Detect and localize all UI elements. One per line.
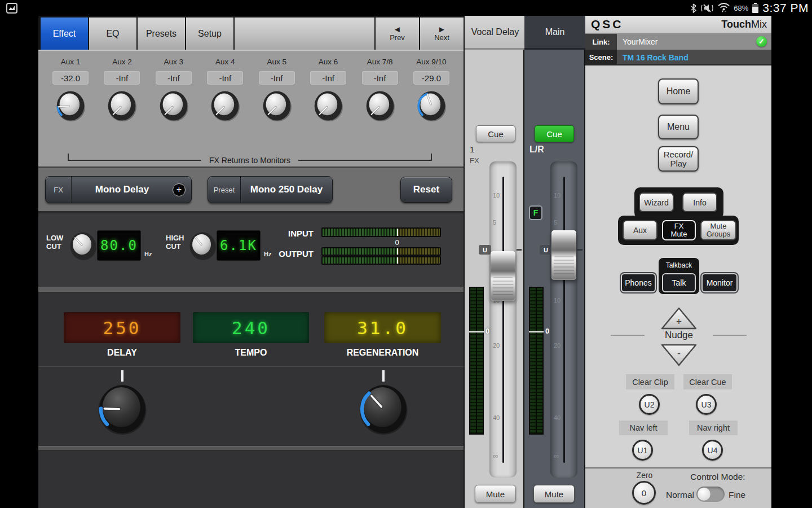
main-channel-strip: Main Cue L/R F 10 5 U 5 10 20 40 ∞ 0 Mut… [524, 16, 585, 508]
output-meter-left [321, 247, 441, 256]
aux-label: Aux 4 [215, 58, 235, 66]
aux-knob[interactable] [416, 89, 447, 122]
aux-knob[interactable] [210, 89, 240, 122]
output-meter-label: OUTPUT [275, 249, 314, 259]
tab-presets[interactable]: Presets [138, 17, 185, 50]
scene-value[interactable]: TM 16 Rock Band [623, 50, 689, 65]
menu-button[interactable]: Menu [658, 115, 699, 139]
aux-label: Aux 1 [61, 58, 81, 66]
low-cut-knob[interactable] [69, 230, 97, 261]
aux-knob[interactable] [158, 89, 189, 122]
reset-button[interactable]: Reset [400, 177, 452, 203]
meter-zero-label: 0 [486, 327, 489, 335]
aux-channel-7-8: Aux 7/8 -Inf [355, 58, 405, 122]
fx-mute-button[interactable]: FX Mute [662, 220, 696, 240]
nudge-label: Nudge [659, 330, 699, 341]
fx-type-selector[interactable]: FX Mono Delay + [45, 176, 192, 203]
user-button-u2[interactable]: U2 [639, 394, 660, 415]
bracket-right [298, 154, 432, 161]
main-fader-track[interactable] [550, 161, 577, 478]
section-divider [38, 287, 464, 292]
control-panel-footer: Zero 0 Control Mode: Normal Fine [585, 467, 771, 508]
high-cut-knob[interactable] [188, 230, 217, 261]
main-channel-header[interactable]: Main [524, 16, 585, 50]
aux-button[interactable]: Aux [623, 220, 657, 240]
scene-row: Scene: TM 16 Rock Band [585, 50, 771, 65]
fine-mode-button[interactable]: F [529, 205, 542, 220]
main-fader-handle[interactable] [551, 230, 576, 280]
aux-label: Aux 5 [267, 58, 286, 66]
aux-value[interactable]: -32.0 [52, 71, 89, 85]
aux-value[interactable]: -Inf [362, 71, 398, 85]
aux-label: Aux 2 [112, 58, 132, 66]
nudge-down-button[interactable]: - [660, 343, 698, 367]
tab-eq[interactable]: EQ [89, 17, 136, 50]
meter-yellow-zone [397, 229, 440, 236]
fx-channel-header[interactable]: Vocal Delay [465, 16, 526, 50]
fx-channel-strip: Vocal Delay Cue 1 FX 10 5 U 5 10 20 40 ∞… [464, 16, 524, 508]
normal-mode-label: Normal [666, 490, 694, 500]
meter-zero-marker [397, 227, 398, 237]
fader-scale-20: 20 [493, 342, 504, 349]
aux-value[interactable]: -Inf [156, 71, 192, 85]
next-button[interactable]: ► Next [420, 17, 464, 50]
user-button-u3[interactable]: U3 [696, 394, 717, 415]
zero-button[interactable]: 0 [632, 481, 656, 505]
aux-value[interactable]: -Inf [207, 71, 243, 85]
meter-yellow-zone [397, 257, 440, 264]
fader-scale-5: 5 [493, 219, 504, 226]
aux-channel-4: Aux 4 -Inf [200, 58, 250, 122]
nudge-up-button[interactable]: + [660, 306, 698, 330]
app-icon [6, 3, 17, 14]
talk-button[interactable]: Talk [662, 273, 696, 292]
meter-zero-label: 0 [391, 238, 403, 247]
fx-channel-meter [469, 287, 484, 435]
mute-groups-button[interactable]: Mute Groups [700, 220, 736, 240]
tab-effect[interactable]: Effect [41, 17, 88, 50]
status-bar: 68% 3:37 PM [0, 0, 812, 16]
fx-cue-button[interactable]: Cue [476, 125, 515, 142]
fx-fader-track[interactable] [489, 161, 517, 478]
monitor-button[interactable]: Monitor [701, 273, 738, 292]
main-mute-button[interactable]: Mute [533, 485, 575, 503]
fader-scale-40: 40 [493, 414, 504, 421]
aux-knob[interactable] [365, 89, 395, 122]
aux-knob[interactable] [262, 89, 292, 122]
unity-tick [517, 249, 522, 251]
bottom-divider [38, 446, 464, 450]
aux-value[interactable]: -Inf [310, 71, 346, 85]
main-cue-button[interactable]: Cue [535, 125, 574, 142]
channel-type-tag: FX [470, 156, 479, 165]
fx-fader-handle[interactable] [491, 251, 515, 301]
delay-label: DELAY [64, 348, 180, 358]
wizard-button[interactable]: Wizard [639, 192, 674, 212]
aux-knob[interactable] [107, 89, 137, 122]
fx-expand-plus-icon[interactable]: + [173, 183, 186, 196]
aux-sends-section: Aux 1 -32.0 Aux 2 -Inf Aux 3 -Inf A [38, 50, 464, 167]
aux-value[interactable]: -29.0 [413, 71, 449, 85]
home-button[interactable]: Home [658, 78, 699, 104]
fx-preset-selector[interactable]: Preset Mono 250 Delay [208, 176, 333, 203]
product-name: TouchMix [721, 19, 767, 30]
user-button-u1[interactable]: U1 [632, 440, 653, 461]
prev-button[interactable]: ◄ Prev [376, 17, 419, 50]
user-button-u4[interactable]: U4 [702, 440, 723, 461]
tab-setup[interactable]: Setup [186, 17, 233, 50]
knob-area-divider [38, 366, 464, 367]
aux-value[interactable]: -Inf [104, 71, 140, 85]
aux-knob[interactable] [313, 89, 343, 122]
regeneration-knob[interactable] [358, 382, 409, 436]
aux-knob[interactable] [55, 89, 86, 122]
phones-button[interactable]: Phones [621, 273, 656, 292]
bracket-left [68, 154, 201, 161]
main-channel-meter [529, 287, 544, 435]
delay-knob[interactable] [96, 382, 148, 436]
link-ok-check-icon: ✓ [756, 36, 767, 47]
record-play-button[interactable]: Record/ Play [658, 146, 699, 172]
meter-zero-line [529, 331, 544, 332]
aux-value[interactable]: -Inf [259, 71, 295, 85]
info-button[interactable]: Info [682, 192, 717, 212]
fx-mute-button[interactable]: Mute [475, 485, 516, 503]
control-mode-toggle[interactable] [696, 487, 725, 502]
nudge-line-left [611, 335, 645, 336]
